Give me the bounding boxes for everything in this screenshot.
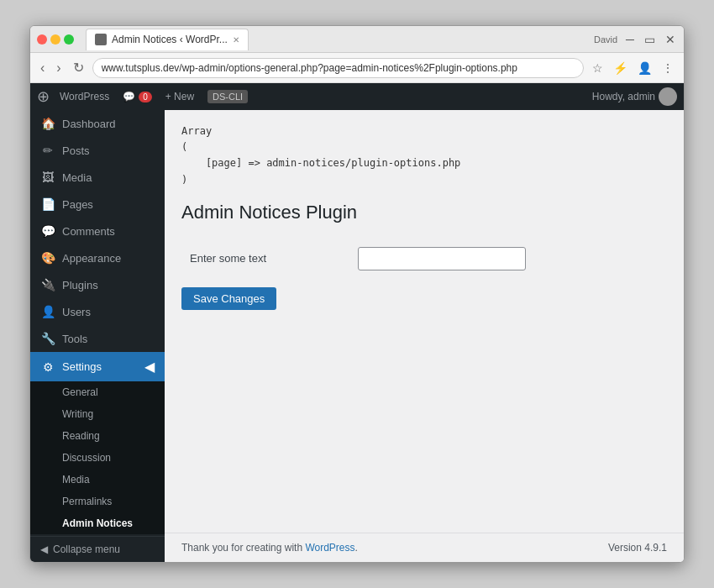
save-changes-button[interactable]: Save Changes xyxy=(181,287,276,310)
wp-footer: Thank you for creating with WordPress. V… xyxy=(165,533,684,562)
wp-admin: ⊕ WordPress 💬 0 + New DS-CLI Howdy, admi… xyxy=(30,83,684,562)
adminbar-new-label: + New xyxy=(165,91,194,102)
debug-output: Array ( [page] => admin-notices/plugin-o… xyxy=(181,123,667,188)
sidebar-label-media: Media xyxy=(62,171,92,184)
sidebar-label-dashboard: Dashboard xyxy=(62,118,116,130)
sidebar-label-pages: Pages xyxy=(62,198,93,211)
comments-count: 0 xyxy=(139,92,152,102)
sidebar-item-tools[interactable]: 🔧 Tools xyxy=(30,325,165,352)
footer-thanks: Thank you for creating with WordPress. xyxy=(181,542,358,554)
more-icon[interactable]: ⋮ xyxy=(659,60,677,76)
sidebar-item-plugins[interactable]: 🔌 Plugins xyxy=(30,271,165,298)
footer-version: Version 4.9.1 xyxy=(608,542,667,554)
window-controls xyxy=(37,34,74,45)
wp-content-area: Array ( [page] => admin-notices/plugin-o… xyxy=(165,110,684,533)
field-label: Enter some text xyxy=(181,240,349,277)
adminbar-comments[interactable]: 💬 0 xyxy=(116,83,159,110)
wp-main-content: Array ( [page] => admin-notices/plugin-o… xyxy=(165,110,684,562)
extensions-icon[interactable]: ⚡ xyxy=(610,60,631,76)
collapse-icon: ◀ xyxy=(40,543,48,555)
plugins-icon: 🔌 xyxy=(40,278,55,291)
sidebar-item-pages[interactable]: 📄 Pages xyxy=(30,191,165,218)
sidebar-label-appearance: Appearance xyxy=(62,252,121,265)
enter-text-label: Enter some text xyxy=(190,252,266,265)
field-cell xyxy=(349,240,667,277)
minimize-button[interactable] xyxy=(50,34,60,45)
browser-tab[interactable]: Admin Notices ‹ WordPr... ✕ xyxy=(86,29,249,50)
footer-wp-link[interactable]: WordPress xyxy=(305,542,354,554)
browser-titlebar: Admin Notices ‹ WordPr... ✕ David ─ ▭ ✕ xyxy=(30,26,684,53)
tab-favicon xyxy=(95,34,107,45)
sidebar-item-users[interactable]: 👤 Users xyxy=(30,298,165,325)
adminbar-home[interactable]: WordPress xyxy=(53,83,116,110)
posts-icon: ✏ xyxy=(40,144,55,157)
sidebar-submenu-settings: General Writing Reading Discussion Media… xyxy=(30,381,165,534)
address-bar[interactable] xyxy=(92,58,584,78)
window-close-btn[interactable]: ✕ xyxy=(664,33,677,46)
submenu-writing[interactable]: Writing xyxy=(30,403,165,425)
admin-avatar xyxy=(659,87,677,106)
settings-form-table: Enter some text xyxy=(181,240,667,277)
ds-cli-label: DS-CLI xyxy=(207,90,248,103)
form-row-text: Enter some text xyxy=(181,240,667,277)
adminbar-ds-cli[interactable]: DS-CLI xyxy=(201,83,255,110)
submenu-admin-notices[interactable]: Admin Notices xyxy=(30,512,165,534)
sidebar-item-media[interactable]: 🖼 Media xyxy=(30,164,165,191)
tab-title: Admin Notices ‹ WordPr... xyxy=(112,34,228,45)
page-title: Admin Notices Plugin xyxy=(181,202,667,223)
forward-button[interactable]: › xyxy=(53,59,64,77)
adminbar-new[interactable]: + New xyxy=(159,83,201,110)
sidebar-menu: 🏠 Dashboard ✏ Posts 🖼 Media 📄 Pages xyxy=(30,110,165,536)
tab-close-icon[interactable]: ✕ xyxy=(233,35,239,45)
appearance-icon: 🎨 xyxy=(40,251,55,265)
text-input[interactable] xyxy=(358,247,526,270)
user-name-label: David xyxy=(594,34,617,45)
settings-arrow-icon: ◀ xyxy=(144,359,155,375)
sidebar-item-settings[interactable]: ⚙ Settings ◀ xyxy=(30,352,165,381)
wp-logo-icon: ⊕ xyxy=(37,87,50,106)
comments-icon: 💬 xyxy=(40,224,55,238)
browser-window: Admin Notices ‹ WordPr... ✕ David ─ ▭ ✕ … xyxy=(29,25,685,563)
submenu-discussion[interactable]: Discussion xyxy=(30,447,165,469)
footer-period: . xyxy=(355,542,358,554)
sidebar-item-appearance[interactable]: 🎨 Appearance xyxy=(30,244,165,271)
title-right: David ─ ▭ ✕ xyxy=(594,33,677,46)
wp-body: 🏠 Dashboard ✏ Posts 🖼 Media 📄 Pages xyxy=(30,110,684,562)
submenu-reading[interactable]: Reading xyxy=(30,425,165,447)
sidebar-label-settings: Settings xyxy=(62,360,102,373)
adminbar-right: Howdy, admin xyxy=(592,87,677,106)
window-minimize-btn[interactable]: ─ xyxy=(624,33,636,46)
maximize-button[interactable] xyxy=(64,34,74,45)
sidebar-item-posts[interactable]: ✏ Posts xyxy=(30,137,165,164)
sidebar-label-users: Users xyxy=(62,306,91,318)
sidebar-label-plugins: Plugins xyxy=(62,279,98,291)
reload-button[interactable]: ↻ xyxy=(70,58,87,77)
collapse-label: Collapse menu xyxy=(53,543,120,555)
dashboard-icon: 🏠 xyxy=(40,117,55,130)
comment-icon: 💬 xyxy=(123,91,135,102)
settings-icon: ⚙ xyxy=(40,360,55,374)
submenu-permalinks[interactable]: Permalinks xyxy=(30,491,165,512)
collapse-menu-button[interactable]: ◀ Collapse menu xyxy=(30,536,165,562)
bookmark-icon[interactable]: ☆ xyxy=(589,60,606,76)
submenu-general[interactable]: General xyxy=(30,381,165,403)
submenu-media[interactable]: Media xyxy=(30,469,165,491)
toolbar-icons: ☆ ⚡ 👤 ⋮ xyxy=(589,60,677,76)
adminbar-wp-label: WordPress xyxy=(60,91,109,102)
sidebar-label-posts: Posts xyxy=(62,144,90,157)
howdy-label: Howdy, admin xyxy=(592,91,655,102)
footer-thanks-text: Thank you for creating with xyxy=(181,542,305,554)
users-icon: 👤 xyxy=(40,305,55,318)
pages-icon: 📄 xyxy=(40,197,55,211)
browser-toolbar: ‹ › ↻ ☆ ⚡ 👤 ⋮ xyxy=(30,53,684,83)
window-restore-btn[interactable]: ▭ xyxy=(643,33,657,46)
tools-icon: 🔧 xyxy=(40,332,55,345)
media-icon: 🖼 xyxy=(40,171,55,184)
sidebar-label-comments: Comments xyxy=(62,225,115,238)
sidebar-item-comments[interactable]: 💬 Comments xyxy=(30,218,165,244)
back-button[interactable]: ‹ xyxy=(37,59,48,77)
wp-sidebar: 🏠 Dashboard ✏ Posts 🖼 Media 📄 Pages xyxy=(30,110,165,562)
profile-icon[interactable]: 👤 xyxy=(634,60,655,76)
sidebar-item-dashboard[interactable]: 🏠 Dashboard xyxy=(30,110,165,137)
close-button[interactable] xyxy=(37,34,47,45)
